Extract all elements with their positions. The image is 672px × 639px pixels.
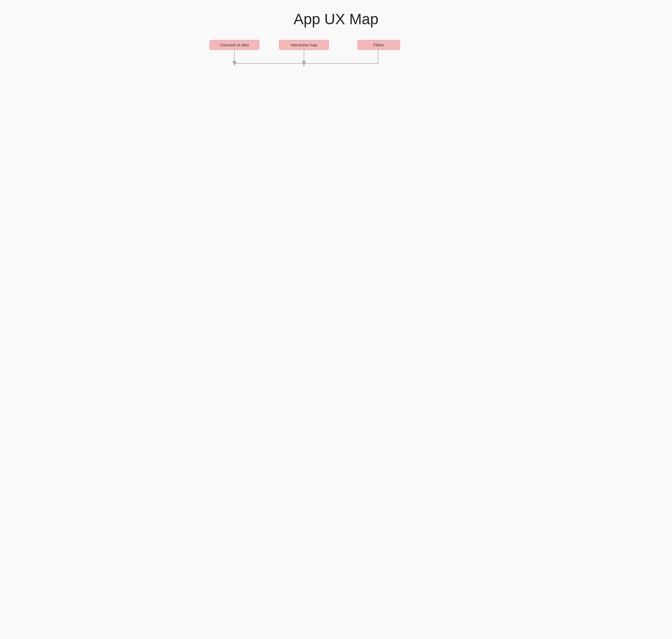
page-title: App UX Map bbox=[129, 11, 543, 28]
filters-node: Filters bbox=[357, 40, 400, 50]
connectors bbox=[122, 0, 550, 67]
carousel-node: Carousel of sites bbox=[210, 40, 259, 50]
interactive-map-node: Interactive map bbox=[279, 40, 329, 50]
